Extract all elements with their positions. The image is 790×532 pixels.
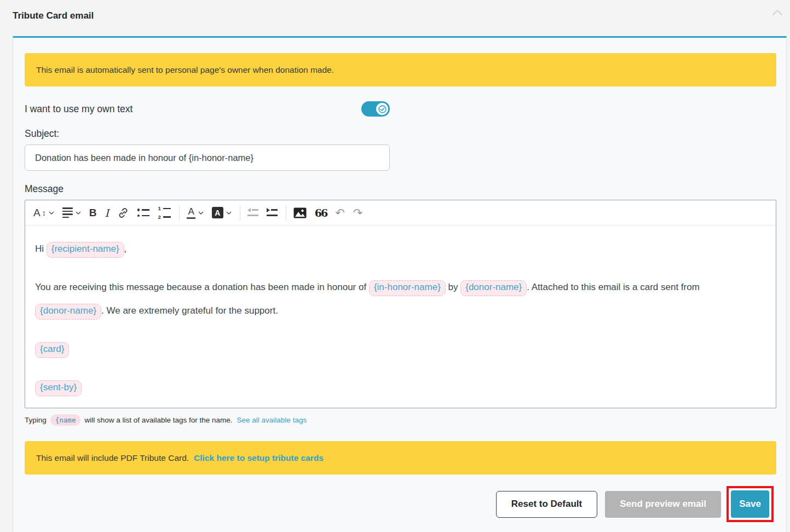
- info-banner-top-text: This email is automatically sent to pers…: [36, 65, 334, 75]
- tags-hint: Typing {name will show a list of availab…: [25, 414, 775, 426]
- blockquote-icon: 66: [315, 207, 327, 219]
- toolbar-separator: [179, 205, 180, 221]
- body-paragraph: You are receiving this message because a…: [35, 275, 766, 322]
- sent-by-line: {sent-by}: [35, 375, 766, 399]
- chevron-up-icon[interactable]: [772, 8, 782, 18]
- italic-button[interactable]: I: [105, 207, 109, 219]
- message-editor: A↕ B I: [25, 200, 776, 408]
- font-size-button[interactable]: A↕: [33, 207, 54, 219]
- chevron-down-icon: [198, 211, 204, 215]
- toggle-knob-check-icon: [376, 103, 388, 115]
- tags-hint-text: will show a list of available tags for t…: [84, 416, 232, 424]
- bullet-list-icon: [137, 209, 150, 217]
- text-align-button[interactable]: [62, 207, 81, 218]
- setup-tribute-cards-link[interactable]: Click here to setup tribute cards: [194, 453, 324, 463]
- chevron-down-icon: [226, 211, 232, 215]
- italic-icon: I: [105, 207, 109, 219]
- outdent-icon: [247, 209, 258, 216]
- editor-toolbar: A↕ B I: [25, 200, 776, 225]
- link-button[interactable]: [117, 207, 129, 219]
- page-title: Tribute Card email: [13, 10, 94, 21]
- undo-button[interactable]: ↶: [335, 207, 345, 218]
- card-tag[interactable]: {card}: [35, 342, 69, 358]
- info-banner-top: This email is automatically sent to pers…: [25, 53, 776, 86]
- sent-by-tag[interactable]: {sent-by}: [35, 380, 82, 396]
- info-banner-bottom-text: This email will include PDF Tribute Card…: [36, 453, 189, 463]
- chevron-down-icon: [76, 211, 81, 215]
- text-color-icon: A: [187, 207, 195, 219]
- subject-input[interactable]: [25, 144, 390, 171]
- tribute-card-email-panel: This email is automatically sent to pers…: [13, 36, 787, 532]
- name-tag-sample: {name: [50, 414, 81, 426]
- blockquote-button[interactable]: 66: [315, 207, 327, 219]
- background-color-icon: A: [212, 207, 223, 218]
- own-text-row: I want to use my own text: [25, 101, 390, 117]
- ordered-list-icon: 1 2: [158, 206, 171, 219]
- message-label: Message: [25, 183, 775, 195]
- bullet-list-button[interactable]: [137, 209, 150, 217]
- outdent-button[interactable]: [247, 209, 258, 216]
- donor-name-tag[interactable]: {donor-name}: [460, 280, 527, 296]
- image-icon: [293, 207, 307, 218]
- card-line: {card}: [35, 337, 766, 361]
- donor-name-tag[interactable]: {donor-name}: [35, 304, 101, 320]
- toolbar-separator: [286, 205, 286, 221]
- font-size-arrows-icon: ↕: [42, 209, 46, 217]
- save-button-highlight-box: Save: [726, 486, 774, 522]
- background-color-button[interactable]: A: [212, 207, 232, 218]
- bold-icon: B: [89, 207, 97, 219]
- indent-icon: [267, 209, 278, 216]
- redo-icon: ↷: [353, 207, 363, 218]
- recipient-name-tag[interactable]: {recipient-name}: [47, 242, 124, 258]
- link-icon: [117, 207, 129, 219]
- bold-button[interactable]: B: [89, 207, 97, 219]
- send-preview-email-button[interactable]: Send preview email: [605, 491, 721, 518]
- actions-row: Reset to Default Send preview email Save: [25, 486, 776, 522]
- redo-button[interactable]: ↷: [353, 207, 363, 218]
- own-text-toggle[interactable]: [361, 101, 390, 117]
- chevron-down-icon: [49, 211, 54, 215]
- indent-button[interactable]: [267, 209, 278, 216]
- see-all-tags-link[interactable]: See all available tags: [237, 416, 307, 424]
- own-text-label: I want to use my own text: [25, 103, 132, 115]
- message-body-editor[interactable]: Hi {recipient-name}, You are receiving t…: [25, 225, 776, 408]
- ordered-list-button[interactable]: 1 2: [158, 206, 171, 219]
- font-size-icon: A: [33, 207, 41, 219]
- subject-label: Subject:: [25, 128, 775, 140]
- toolbar-separator: [240, 205, 240, 221]
- info-banner-bottom: This email will include PDF Tribute Card…: [25, 441, 776, 475]
- tags-hint-prefix: Typing: [25, 416, 47, 424]
- align-left-icon: [62, 207, 73, 218]
- greeting-line: Hi {recipient-name},: [35, 237, 766, 261]
- in-honor-name-tag[interactable]: {in-honor-name}: [369, 280, 446, 296]
- reset-to-default-button[interactable]: Reset to Default: [496, 491, 597, 518]
- undo-icon: ↶: [335, 207, 345, 218]
- text-color-button[interactable]: A: [187, 207, 203, 219]
- insert-image-button[interactable]: [293, 207, 307, 218]
- save-button[interactable]: Save: [731, 490, 769, 518]
